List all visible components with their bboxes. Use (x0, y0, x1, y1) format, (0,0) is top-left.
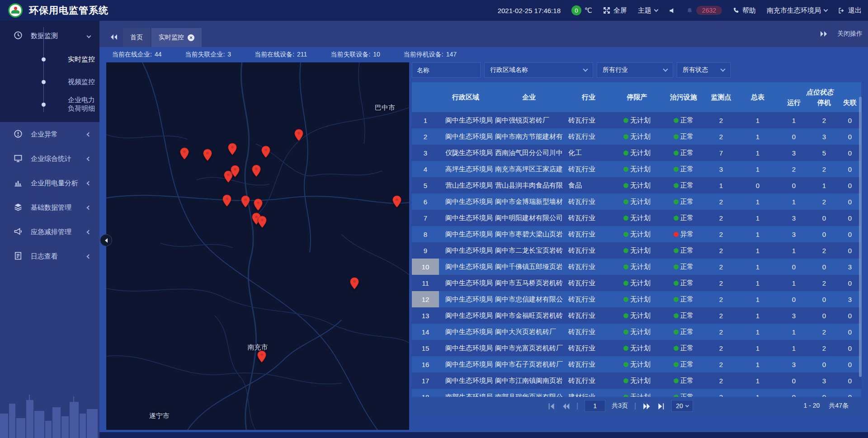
table-row[interactable]: 5营山生态环境局营山县润丰肉食品有限食品无计划正常10010 (412, 177, 861, 193)
row-index: 6 (412, 193, 439, 210)
column-header-company: 企业 (492, 82, 566, 112)
table-row[interactable]: 14阆中生态环境局阆中大兴页岩机砖厂砖瓦行业无计划正常21120 (412, 324, 861, 340)
map-marker-pin[interactable] (294, 129, 304, 141)
mute-button[interactable] (669, 7, 675, 14)
sidebar-item-emergency-reduction[interactable]: 应急减排管理 (0, 220, 99, 244)
table-row[interactable]: 7阆中生态环境局阆中明阳建材有限公司砖瓦行业无计划正常21300 (412, 210, 861, 226)
cell-disconnected: 0 (839, 307, 861, 324)
status-filter-select[interactable]: 所有状态 (677, 62, 731, 78)
cell-disconnected: 0 (839, 275, 861, 291)
status-dot-icon (623, 395, 628, 397)
map-marker-pin[interactable] (252, 165, 261, 177)
last-page-button[interactable] (657, 402, 665, 410)
tabs-scroll-right-button[interactable] (820, 31, 827, 37)
sidebar-item-power-load-detail[interactable]: 企业电力负荷明细 (0, 93, 99, 116)
row-index: 7 (412, 210, 439, 226)
status-dot-icon (674, 118, 679, 123)
sidebar-item-log-view[interactable]: 日志查看 (0, 244, 99, 268)
tab-realtime-monitoring[interactable]: 实时监控 × (151, 28, 202, 47)
sidebar-item-data-monitoring[interactable]: 数据监测 (0, 24, 99, 48)
sidebar-item-enterprise-abnormal[interactable]: 企业异常 (0, 122, 99, 146)
table-row[interactable]: 10阆中生态环境局阆中千佛镇五郎垭页岩砖瓦行业无计划正常21003 (412, 259, 861, 275)
cell-monitor-points: 2 (705, 291, 737, 307)
help-button[interactable]: 帮助 (733, 6, 756, 15)
table-row[interactable]: 16阆中生态环境局阆中市石子页岩机砖厂砖瓦行业无计划正常21300 (412, 356, 861, 372)
cell-stopped: 0 (810, 259, 839, 275)
sidebar-item-enterprise-statistics[interactable]: 企业综合统计 (0, 146, 99, 171)
table-scrollbar[interactable] (859, 97, 862, 377)
map-marker-pin[interactable] (227, 143, 237, 155)
table-row[interactable]: 4高坪生态环境局南充市高坪区王家店建砖瓦行业无计划正常31220 (412, 161, 861, 177)
table-row[interactable]: 18南部生态环境局南部县瑞华页岩有限公建材行业无计划正常21000 (412, 389, 861, 397)
logout-button[interactable]: 退出 (838, 6, 862, 15)
cell-disconnected: 0 (839, 242, 861, 259)
cell-monitor-points: 1 (705, 177, 737, 193)
region-filter-select[interactable]: 行政区域名称 (484, 62, 593, 78)
table-row[interactable]: 8阆中生态环境局阆中市枣碧大梁山页岩砖瓦行业无计划异常21300 (412, 226, 861, 242)
table-row[interactable]: 11阆中生态环境局阆中市五马桥页岩机砖砖瓦行业无计划正常21120 (412, 275, 861, 291)
status-dot-icon (623, 378, 628, 383)
map-marker-pin[interactable] (230, 165, 240, 178)
notifications[interactable]: 2632 (686, 6, 722, 15)
cell-monitor-points: 2 (705, 356, 737, 372)
close-tab-icon[interactable]: × (188, 34, 194, 41)
table-row[interactable]: 2阆中生态环境局阆中市南方节能建材有砖瓦行业无计划正常21030 (412, 128, 861, 145)
table-row[interactable]: 9阆中生态环境局阆中市二龙长宝页岩砖砖瓦行业无计划正常21120 (412, 242, 861, 259)
table-row[interactable]: 12阆中生态环境局阆中市忠信建材有限公砖瓦行业无计划正常21003 (412, 291, 861, 307)
map-marker-pin[interactable] (261, 146, 271, 158)
map-marker-pin[interactable] (349, 277, 359, 290)
map-marker-pin[interactable] (203, 149, 212, 161)
map-marker-pin[interactable] (222, 194, 232, 207)
map-panel[interactable]: 巴中市南充市遂宁市 (106, 62, 409, 430)
sidebar-item-realtime-monitoring[interactable]: 实时监控 (0, 48, 99, 71)
table-body: 1阆中生态环境局阆中强锐页岩砖厂砖瓦行业无计划正常211202阆中生态环境局阆中… (412, 112, 863, 397)
cell-company: 阆中市金福旺页岩机砖 (492, 307, 566, 324)
table-row[interactable]: 15阆中生态环境局阆中市光富页岩机砖厂砖瓦行业无计划正常21120 (412, 340, 861, 356)
fullscreen-button[interactable]: 全屏 (603, 6, 627, 15)
bullet-icon (42, 57, 46, 61)
cell-total-meter: 1 (737, 340, 778, 356)
row-index: 15 (412, 340, 439, 356)
sidebar-item-basic-data[interactable]: 基础数据管理 (0, 195, 99, 220)
org-dropdown[interactable]: 南充市生态环境局 (767, 6, 827, 15)
row-index: 9 (412, 242, 439, 259)
page-size-select[interactable]: 20 (671, 400, 693, 412)
sidebar-item-power-usage-analysis[interactable]: 企业用电量分析 (0, 171, 99, 195)
sidebar-item-label: 企业异常 (31, 130, 58, 139)
map-marker-pin[interactable] (258, 216, 267, 228)
map-marker-pin[interactable] (253, 198, 263, 211)
column-header-total-meter: 总表 (737, 82, 778, 112)
close-operations-button[interactable]: 关闭操作 (837, 30, 863, 38)
map-marker-pin[interactable] (392, 195, 402, 208)
table-row[interactable]: 1阆中生态环境局阆中强锐页岩砖厂砖瓦行业无计划正常21120 (412, 112, 861, 128)
cell-industry: 砖瓦行业 (566, 226, 612, 242)
cell-total-meter: 1 (737, 324, 778, 340)
cell-total-meter: 1 (737, 259, 778, 275)
previous-page-button[interactable] (562, 402, 570, 410)
theme-button[interactable]: 主题 (638, 6, 658, 15)
status-dot-icon (674, 330, 679, 334)
table-row[interactable]: 3仪陇生态环境局西南油气田分公司川中化工无计划正常71350 (412, 145, 861, 161)
page-number-input[interactable] (585, 400, 605, 412)
cell-region: 阆中生态环境局 (439, 275, 492, 291)
name-search-input[interactable] (412, 62, 481, 78)
tabs-scroll-left-button[interactable] (110, 34, 118, 40)
next-page-button[interactable] (642, 402, 651, 410)
log-icon (14, 251, 24, 261)
cell-stopped: 2 (810, 275, 839, 291)
table-row[interactable]: 17阆中生态环境局阆中市江南镇阆南页岩砖瓦行业无计划正常21030 (412, 372, 861, 389)
cell-region: 高坪生态环境局 (439, 161, 492, 177)
tab-home[interactable]: 首页 (123, 28, 150, 47)
map-marker-pin[interactable] (179, 147, 189, 160)
cell-company: 阆中市金博瑞新型墙材 (492, 193, 566, 210)
first-page-button[interactable] (547, 402, 556, 410)
cell-running: 3 (778, 307, 810, 324)
map-marker-pin[interactable] (257, 350, 266, 363)
table-row[interactable]: 13阆中生态环境局阆中市金福旺页岩机砖砖瓦行业无计划正常21300 (412, 307, 861, 324)
sidebar-collapse-button[interactable] (100, 234, 112, 246)
industry-filter-select[interactable]: 所有行业 (597, 62, 673, 78)
app-logo-icon (8, 3, 23, 18)
map-marker-pin[interactable] (241, 195, 250, 208)
sidebar-item-video-monitoring[interactable]: 视频监控 (0, 71, 99, 93)
table-row[interactable]: 6阆中生态环境局阆中市金博瑞新型墙材砖瓦行业无计划正常21120 (412, 193, 861, 210)
